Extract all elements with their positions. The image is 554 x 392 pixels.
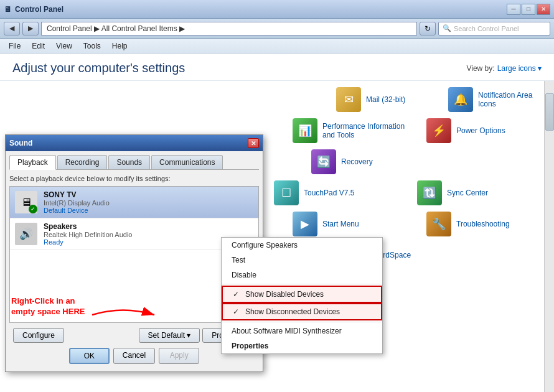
cp-item-touchpad-label[interactable]: TouchPad V7.5 [304,189,354,197]
refresh-button[interactable]: ↻ [420,22,436,35]
power-icon: ⚡ [426,118,451,143]
page-title: Adjust your computer's settings [12,61,185,75]
device-name-speakers: Speakers [44,222,253,231]
search-icon: 🔍 [443,24,451,32]
address-bar: ◀ ▶ Control Panel ▶ All Control Panel It… [0,19,554,39]
main-header: Adjust your computer's settings View by:… [0,54,554,81]
menu-tools[interactable]: Tools [78,40,106,52]
cp-item-perf-label[interactable]: Performance Information and Tools [322,122,405,139]
device-sub-sony: Intel(R) Display Audio [44,199,253,207]
title-bar: 🖥 Control Panel ─ □ ✕ [0,0,554,19]
ok-button[interactable]: OK [69,348,110,364]
list-item: ☐ TouchPad V7.5 [274,180,398,205]
checkmark-icon: ✓ [233,307,243,316]
cp-item-trouble-label[interactable]: Troubleshooting [456,220,510,228]
main-area: Adjust your computer's settings View by:… [0,54,554,392]
ctx-test[interactable]: Test [222,253,382,268]
window-title-area: 🖥 Control Panel [4,5,63,14]
list-item: 📊 Performance Information and Tools [293,118,408,143]
view-by-control: View by: Large icons ▾ [466,64,542,73]
scrollbar[interactable] [544,81,554,392]
performance-icon: 📊 [293,118,317,143]
scrollbar-thumb[interactable] [545,93,554,131]
list-item: ⚡ Power Options [426,118,542,143]
forward-button[interactable]: ▶ [22,22,39,35]
window-controls: ─ □ ✕ [507,4,550,15]
cp-item-notif-label[interactable]: Notification Area Icons [478,91,542,108]
search-box[interactable]: 🔍 Search Control Panel [438,22,550,35]
startmenu-icon: ▶ [293,212,317,236]
annotation-text: Right-Click in an empty space HERE [11,296,86,317]
ctx-separator-1 [222,284,382,284]
ctx-configure-speakers[interactable]: Configure Speakers [222,238,382,253]
list-item: ▶ Start Menu [293,212,408,236]
annotation: Right-Click in an empty space HERE [11,296,86,317]
cp-row-1: ✉ Mail (32-bit) 🔔 Notification Area Icon… [12,87,542,112]
device-icon-sony: 🖥 ✓ [15,191,37,213]
device-info-sony: SONY TV Intel(R) Display Audio Default D… [44,190,253,214]
cp-item-recovery-label[interactable]: Recovery [341,157,373,166]
ctx-show-disabled[interactable]: ✓Show Disabled Devices [222,286,382,303]
list-item: 🔃 Sync Center [417,180,542,205]
view-by-label: View by: [466,64,494,73]
ctx-show-disconnected[interactable]: ✓Show Disconnected Devices [222,303,382,320]
cp-item-mail-label[interactable]: Mail (32-bit) [366,95,405,104]
list-item: 🔄 Recovery [311,149,436,174]
back-button[interactable]: ◀ [4,22,20,35]
notification-icon: 🔔 [448,87,473,112]
dialog-title: Sound [9,139,32,147]
device-status-sony: Default Device [44,207,253,214]
dialog-close-button[interactable]: ✕ [248,138,259,148]
list-item: ✉ Mail (32-bit) [336,87,430,112]
trouble-icon: 🔧 [426,212,451,236]
tab-sounds[interactable]: Sounds [108,155,150,169]
menu-file[interactable]: File [4,40,26,52]
menu-edit[interactable]: Edit [27,40,50,52]
window-title: Control Panel [15,5,63,14]
ctx-properties[interactable]: Properties [222,338,382,353]
ctx-disable[interactable]: Disable [222,268,382,282]
search-placeholder: Search Control Panel [454,25,519,32]
tab-playback[interactable]: Playback [9,155,56,170]
menu-help[interactable]: Help [107,40,133,52]
minimize-button[interactable]: ─ [507,4,520,15]
set-default-button[interactable]: Set Default ▾ [139,328,200,343]
touchpad-icon: ☐ [274,180,299,205]
dialog-subtitle: Select a playback device below to modify… [9,175,259,182]
ctx-separator-2 [222,322,382,322]
device-name-sony: SONY TV [44,190,253,199]
tab-communications[interactable]: Communications [151,155,223,169]
list-item: 🔧 Troubleshooting [426,212,542,236]
cp-item-start-label[interactable]: Start Menu [322,220,359,228]
sync-icon: 🔃 [417,180,442,205]
cp-item-power-label[interactable]: Power Options [456,126,505,135]
dialog-titlebar: Sound ✕ [6,135,263,151]
apply-button[interactable]: Apply [159,348,199,364]
mail-icon: ✉ [336,87,361,112]
tab-bar: Playback Recording Sounds Communications [9,155,259,170]
address-path[interactable]: Control Panel ▶ All Control Panel Items … [41,22,417,35]
view-by-option[interactable]: Large icons ▾ [497,64,542,73]
cp-item-sync-label[interactable]: Sync Center [447,189,488,197]
list-item: 🔔 Notification Area Icons [448,87,542,112]
default-check-icon: ✓ [29,205,37,213]
window-icon: 🖥 [4,5,11,14]
configure-button[interactable]: Configure [13,328,64,343]
menu-view[interactable]: View [51,40,77,52]
menu-bar: File Edit View Tools Help [0,39,554,54]
device-icon-speakers: 🔊 [15,223,37,245]
maximize-button[interactable]: □ [522,4,535,15]
close-button[interactable]: ✕ [537,4,550,15]
annotation-arrow-icon [86,302,161,327]
tab-recording[interactable]: Recording [57,155,108,169]
device-item-sony[interactable]: 🖥 ✓ SONY TV Intel(R) Display Audio Defau… [10,187,258,218]
recovery-icon: 🔄 [311,149,336,174]
ctx-about-midi[interactable]: About Software MIDI Synthesizer [222,324,382,338]
checkmark-icon: ✓ [233,290,243,299]
cancel-button[interactable]: Cancel [113,348,155,364]
context-menu: Configure Speakers Test Disable ✓Show Di… [221,237,383,354]
